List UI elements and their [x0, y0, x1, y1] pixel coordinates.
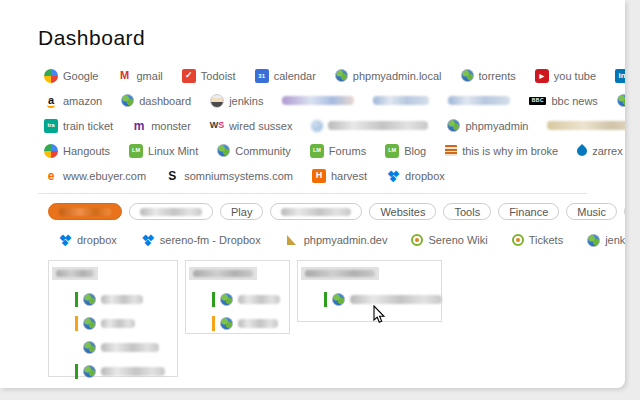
bookmark-calendar[interactable]: calendar — [255, 69, 316, 83]
bookmark-todoist[interactable]: Todoist — [182, 69, 236, 83]
ebuyer-icon — [44, 169, 58, 183]
tag-pill-redacted[interactable] — [129, 203, 213, 220]
status-bar-green — [75, 364, 78, 379]
bookmark-label: harvest — [331, 170, 367, 182]
bookmark-linux-mint[interactable]: Linux Mint — [129, 144, 198, 158]
redacted-text — [305, 270, 375, 277]
bookmark-dropbox[interactable]: dropbox — [386, 169, 445, 183]
dashboard-panel: Dashboard Google gmail Todoist calendar … — [0, 0, 625, 388]
bookmark-phpmyadmin[interactable]: phpmyadmin — [447, 119, 528, 132]
tag-pill-redacted[interactable] — [270, 203, 362, 220]
dropbox-icon — [141, 233, 155, 247]
redacted-text — [328, 121, 428, 130]
group-link[interactable] — [75, 315, 177, 332]
status-bar-green — [212, 292, 215, 307]
quicklink-tickets[interactable]: Tickets — [512, 234, 563, 246]
group-card-title — [52, 267, 98, 280]
bookmark-bbc-news[interactable]: bbc news — [529, 95, 597, 107]
group-link[interactable] — [212, 291, 289, 308]
mouse-cursor — [373, 305, 385, 324]
quicklink-sereno-fm-dropbox[interactable]: sereno-fm - Dropbox — [141, 233, 261, 247]
globe-icon — [217, 144, 230, 157]
bookmark-community[interactable]: Community — [217, 144, 291, 157]
amazon-icon — [44, 94, 58, 108]
bookmark-google[interactable]: Google — [44, 69, 98, 83]
bookmark-redacted[interactable] — [373, 96, 429, 105]
bookmark-label: amazon — [63, 95, 102, 107]
group-link[interactable] — [75, 339, 177, 356]
globe-icon — [617, 94, 625, 107]
gmail-icon — [117, 69, 131, 83]
globe-icon — [220, 293, 233, 306]
quicklink-sereno-wiki[interactable]: Sereno Wiki — [411, 234, 487, 246]
harvest-icon — [312, 169, 326, 183]
redacted-text — [101, 319, 135, 328]
tag-pill-music[interactable]: Music — [566, 203, 617, 220]
bookmark-drupal[interactable]: zarrex | drupal.org — [577, 145, 625, 157]
bookmark-train-ticket[interactable]: train ticket — [44, 119, 113, 133]
globe-icon — [83, 365, 96, 378]
tag-label: Finance — [509, 206, 548, 218]
group-link[interactable] — [212, 315, 289, 332]
section-divider — [38, 193, 587, 194]
calendar-icon — [255, 69, 269, 83]
bookmark-somniumsystems[interactable]: somniumsystems.com — [165, 169, 293, 183]
status-bar-orange — [212, 316, 215, 331]
bookmark-label: wired sussex — [229, 120, 293, 132]
group-card — [48, 260, 178, 377]
group-cards — [48, 260, 625, 377]
bookmark-dashboard[interactable]: dashboard — [121, 94, 191, 107]
bookmark-jenkins[interactable]: jenkins — [210, 94, 263, 108]
tag-pill-tools[interactable]: Tools — [443, 203, 491, 220]
redacted-text — [282, 96, 354, 105]
bookmark-row: train ticket monster wired sussex phpmya… — [44, 113, 625, 138]
bookmark-row: Hangouts Linux Mint Community Forums Blo… — [44, 138, 625, 163]
todoist-icon — [182, 69, 196, 83]
group-link[interactable] — [75, 363, 177, 380]
bookmark-gmail[interactable]: gmail — [117, 69, 162, 83]
bookmark-label: bbc news — [551, 95, 597, 107]
bookmark-amazon[interactable]: amazon — [44, 94, 102, 108]
bookmark-phpmyadmin-local[interactable]: phpmyadmin.local — [335, 69, 442, 82]
bookmark-torrents[interactable]: torrents — [461, 69, 516, 82]
redacted-text — [59, 208, 111, 216]
bookmark-wired-sussex[interactable]: wired sussex — [210, 119, 293, 133]
tag-pill-play[interactable]: Play — [220, 203, 263, 220]
linux-mint-icon — [310, 144, 324, 158]
bookmark-linkedin[interactable]: linked in — [615, 69, 625, 83]
quick-links-row: dropbox sereno-fm - Dropbox phpmyadmin.d… — [58, 233, 625, 247]
bookmark-harvest[interactable]: harvest — [312, 169, 367, 183]
bookmark-youtube[interactable]: you tube — [535, 69, 596, 83]
bookmark-rows: Google gmail Todoist calendar phpmyadmin… — [44, 63, 625, 188]
youtube-icon — [535, 69, 549, 83]
group-link[interactable] — [75, 291, 177, 308]
bookmark-label: Hangouts — [63, 145, 110, 157]
bookmark-jira[interactable]: jira — [617, 94, 625, 107]
quicklink-dropbox[interactable]: dropbox — [58, 233, 117, 247]
bookmark-label: torrents — [479, 70, 516, 82]
bookmark-redacted[interactable] — [448, 96, 510, 105]
bookmark-forums[interactable]: Forums — [310, 144, 366, 158]
tag-pill-active-redacted[interactable] — [48, 203, 122, 220]
tag-pill-websites[interactable]: Websites — [369, 203, 436, 220]
trac-icon — [411, 234, 423, 246]
bookmark-label: somniumsystems.com — [184, 170, 293, 182]
bookmark-label: Todoist — [201, 70, 236, 82]
tag-label: Music — [577, 206, 606, 218]
bookmark-blog[interactable]: Blog — [385, 144, 426, 158]
tag-pill-web-resources[interactable]: Web Resources — [624, 203, 625, 220]
bookmark-hangouts[interactable]: Hangouts — [44, 144, 110, 158]
tag-pill-finance[interactable]: Finance — [498, 203, 559, 220]
bookmark-monster[interactable]: monster — [132, 119, 191, 133]
bookmark-label: phpmyadmin.local — [353, 70, 442, 82]
tiwib-icon — [445, 145, 457, 156]
bookmark-tiwib[interactable]: this is why im broke — [445, 145, 558, 157]
bookmark-ebuyer[interactable]: www.ebuyer.com — [44, 169, 146, 183]
bookmark-redacted[interactable] — [282, 96, 354, 105]
redacted-text — [140, 208, 202, 216]
bookmark-redacted[interactable] — [547, 121, 625, 130]
bbc-icon — [529, 97, 546, 105]
quicklink-phpmyadmin-dev[interactable]: phpmyadmin.dev — [285, 233, 388, 247]
quicklink-jenkins[interactable]: jenkins — [587, 234, 625, 247]
bookmark-redacted[interactable] — [311, 120, 428, 132]
